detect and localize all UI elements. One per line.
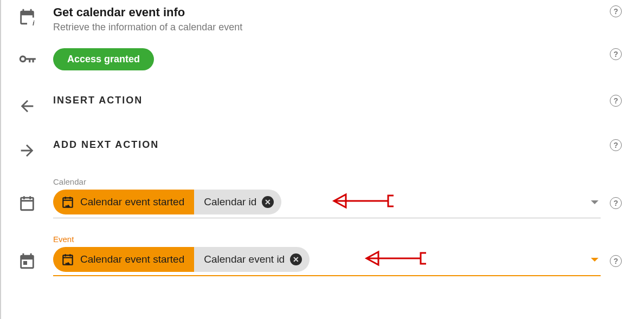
event-value-chip[interactable]: Calendar event id ✕: [194, 247, 310, 272]
calendar-export-icon: [61, 252, 75, 266]
remove-icon[interactable]: ✕: [262, 196, 274, 208]
event-dropdown-caret[interactable]: [591, 258, 598, 262]
calendar-field-label: Calendar: [53, 177, 601, 186]
action-subtitle: Retrieve the information of a calendar e…: [53, 22, 601, 33]
svg-text:i: i: [33, 19, 35, 26]
remove-icon[interactable]: ✕: [290, 253, 302, 265]
calendar-field[interactable]: Calendar event started Calendar id ✕: [53, 190, 601, 214]
calendar-field-underline: [53, 218, 601, 218]
hint-arrow: [362, 246, 427, 272]
svg-rect-1: [21, 198, 34, 210]
help-icon[interactable]: ?: [610, 95, 622, 107]
calendar-dropdown-caret[interactable]: [591, 200, 598, 204]
event-source-label: Calendar event started: [80, 253, 184, 265]
event-field-label: Event: [53, 235, 601, 244]
arrow-left-icon: [1, 95, 53, 115]
calendar-source-chip[interactable]: Calendar event started: [53, 190, 194, 214]
help-icon[interactable]: ?: [610, 255, 622, 267]
event-source-chip[interactable]: Calendar event started: [53, 247, 194, 272]
calendar-export-icon: [61, 195, 75, 209]
event-value-label: Calendar event id: [204, 253, 285, 265]
action-title: Get calendar event info: [53, 5, 601, 19]
calendar-source-label: Calendar event started: [80, 196, 184, 208]
calendar-value-label: Calendar id: [204, 196, 256, 208]
calendar-event-icon: [1, 241, 53, 270]
access-granted-button[interactable]: Access granted: [53, 48, 154, 70]
hint-arrow: [330, 189, 395, 215]
insert-action-heading[interactable]: INSERT ACTION: [53, 95, 601, 106]
help-icon[interactable]: ?: [610, 139, 622, 151]
add-next-action-heading[interactable]: ADD NEXT ACTION: [53, 139, 601, 151]
arrow-right-icon: [1, 139, 53, 160]
calendar-value-chip[interactable]: Calendar id ✕: [194, 190, 281, 214]
calendar-icon: [1, 183, 53, 212]
help-icon[interactable]: ?: [610, 48, 622, 60]
help-icon[interactable]: ?: [610, 197, 622, 209]
event-field[interactable]: Calendar event started Calendar event id…: [53, 247, 601, 272]
help-icon[interactable]: ?: [610, 5, 622, 17]
event-field-underline: [53, 275, 601, 276]
key-icon: [1, 48, 53, 71]
calendar-info-icon: i: [1, 5, 53, 26]
